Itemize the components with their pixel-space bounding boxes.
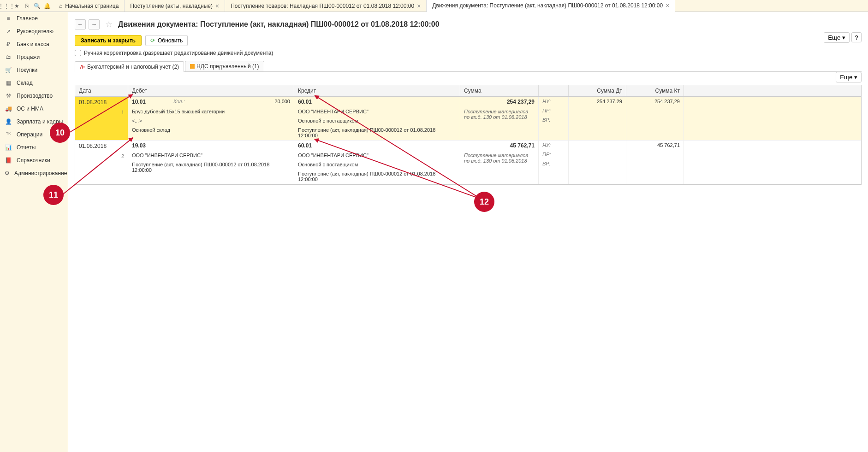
vat-icon	[190, 64, 195, 69]
grid-header: Дата Дебет Кредит Сумма Сумма Дт Сумма К…	[75, 85, 861, 97]
sidebar-label: Главное	[17, 15, 38, 22]
nav-forward-button[interactable]: →	[89, 19, 100, 29]
sidebar-icon: ᵀᴷ	[5, 131, 12, 138]
header-row: ← → ☆ Движения документа: Поступление (а…	[75, 19, 862, 29]
pin-icon[interactable]: ⎘	[23, 2, 30, 10]
sidebar-item-1[interactable]: ↗Руководителю	[0, 25, 68, 38]
sidebar-item-11[interactable]: 📕Справочники	[0, 154, 68, 167]
sidebar-icon: ₽	[5, 41, 12, 48]
annotation-10: 10	[50, 123, 70, 143]
top-tabs: ⌂Начальная страницаПоступление (акты, на…	[54, 0, 868, 12]
sidebar-label: Банк и касса	[17, 41, 49, 47]
top-tab-3[interactable]: Движения документа: Поступление (акт, на…	[427, 0, 675, 12]
top-tab-1[interactable]: Поступление (акты, накладные)×	[125, 0, 225, 12]
sidebar-item-7[interactable]: 🚚ОС и НМА	[0, 102, 68, 115]
tab-label: Движения документа: Поступление (акт, на…	[432, 2, 663, 9]
sidebar-label: Руководителю	[17, 28, 54, 35]
help-button[interactable]: ?	[851, 32, 862, 42]
sidebar-item-5[interactable]: ▦Склад	[0, 76, 68, 89]
cell-sumdt: 254 237,29	[569, 97, 626, 140]
close-icon[interactable]: ×	[417, 2, 421, 10]
manual-correction-checkbox[interactable]	[75, 50, 81, 56]
cell-nu: НУ:ПР:ВР:	[539, 141, 569, 184]
cell-sumkt: 45 762,71	[626, 141, 684, 184]
inner-tab-1[interactable]: НДС предъявленный (1)	[185, 61, 264, 71]
search-icon[interactable]: 🔍	[33, 2, 41, 10]
top-tab-0[interactable]: ⌂Начальная страница	[54, 0, 125, 12]
col-sumkt[interactable]: Сумма Кт	[626, 85, 684, 96]
sidebar-icon: 📕	[5, 157, 12, 164]
sidebar-item-0[interactable]: ≡Главное	[0, 12, 68, 25]
cell-date: 01.08.20181	[75, 97, 128, 140]
page-title: Движения документа: Поступление (акт, на…	[118, 20, 440, 29]
sidebar-item-3[interactable]: 🗂Продажи	[0, 51, 68, 64]
star-icon[interactable]: ★	[13, 2, 20, 10]
bell-icon[interactable]: 🔔	[43, 2, 51, 10]
more-button-table[interactable]: Еще ▾	[836, 72, 862, 82]
sidebar-icon: ▦	[5, 79, 12, 87]
sidebar-label: Администрирование	[14, 170, 67, 176]
close-icon[interactable]: ×	[666, 2, 669, 9]
sidebar-item-2[interactable]: ₽Банк и касса	[0, 38, 68, 51]
apps-icon[interactable]: ⋮⋮⋮	[3, 2, 10, 10]
col-credit[interactable]: Кредит	[294, 85, 460, 96]
close-icon[interactable]: ×	[215, 2, 219, 10]
sidebar-label: Продажи	[17, 54, 40, 60]
home-icon: ⌂	[59, 3, 62, 9]
cell-sum: 254 237,29Поступление материалов по вх.д…	[460, 97, 539, 140]
table-row[interactable]: 01.08.2018219.03ООО "ИНВЕНТАРИ СЕРВИС"По…	[75, 141, 861, 184]
dtkt-icon: Дт	[80, 64, 85, 70]
sidebar-item-10[interactable]: 📊Отчеты	[0, 141, 68, 154]
sidebar-item-6[interactable]: ⚒Производство	[0, 89, 68, 102]
sidebar-label: Склад	[17, 80, 33, 86]
favorite-star-icon[interactable]: ☆	[105, 19, 113, 29]
sidebar-label: Справочники	[17, 157, 50, 164]
sidebar-icon: ≡	[5, 15, 12, 22]
col-date[interactable]: Дата	[75, 85, 128, 96]
sidebar-icon: ⚒	[5, 92, 12, 100]
cell-sumdt	[569, 141, 626, 184]
cell-sumkt: 254 237,29	[626, 97, 684, 140]
inner-tab-0[interactable]: ДтБухгалтерский и налоговый учет (2)	[75, 61, 184, 72]
sidebar-icon: 🚚	[5, 105, 12, 112]
sidebar: ≡Главное↗Руководителю₽Банк и касса🗂Прода…	[0, 12, 68, 452]
more-button-top[interactable]: Еще ▾	[824, 32, 850, 43]
cell-nu: НУ:ПР:ВР:	[539, 97, 569, 140]
action-bar: Записать и закрыть ⟳ Обновить	[75, 35, 862, 46]
inner-tab-label: Бухгалтерский и налоговый учет (2)	[87, 64, 179, 70]
sidebar-label: Отчеты	[17, 144, 36, 151]
save-close-button[interactable]: Записать и закрыть	[75, 35, 142, 46]
col-debit[interactable]: Дебет	[128, 85, 294, 96]
annotation-11: 11	[43, 185, 64, 205]
col-sumdt[interactable]: Сумма Дт	[569, 85, 626, 96]
cell-debit: 19.03ООО "ИНВЕНТАРИ СЕРВИС"Поступление (…	[128, 141, 294, 184]
sidebar-icon: ⚙	[5, 170, 10, 177]
sidebar-label: Покупки	[17, 67, 37, 73]
sidebar-label: Производство	[17, 93, 53, 99]
sidebar-icon: 🗂	[5, 53, 12, 61]
content: Еще ▾ ? ← → ☆ Движения документа: Поступ…	[68, 12, 868, 452]
cell-sum: 45 762,71Поступление материалов по вх.д.…	[460, 141, 539, 184]
sidebar-icon: 👤	[5, 118, 12, 125]
tab-label: Поступление (акты, накладные)	[130, 3, 213, 9]
inner-tabs: ДтБухгалтерский и налоговый учет (2)НДС …	[75, 61, 862, 72]
table-wrap: Еще ▾ Дата Дебет Кредит Сумма Сумма Дт С…	[75, 85, 862, 185]
top-toolbar: ⋮⋮⋮ ★ ⎘ 🔍 🔔 ⌂Начальная страницаПоступлен…	[0, 0, 868, 12]
col-nu[interactable]	[539, 85, 569, 96]
tab-label: Поступление товаров: Накладная ПШ00-0000…	[231, 3, 414, 9]
sidebar-item-4[interactable]: 🛒Покупки	[0, 64, 68, 76]
table-row[interactable]: 01.08.2018110.01Кол.:20,000Брус дубовый …	[75, 97, 861, 141]
top-icon-bar: ⋮⋮⋮ ★ ⎘ 🔍 🔔	[0, 2, 54, 10]
cell-debit: 10.01Кол.:20,000Брус дубовый 15x15 высше…	[128, 97, 294, 140]
refresh-icon: ⟳	[150, 37, 155, 44]
tab-label: Начальная страница	[65, 3, 119, 9]
manual-correction-label: Ручная корректировка (разрешает редактир…	[84, 50, 273, 56]
manual-correction-row: Ручная корректировка (разрешает редактир…	[75, 50, 862, 56]
top-tab-2[interactable]: Поступление товаров: Накладная ПШ00-0000…	[225, 0, 427, 12]
col-sum[interactable]: Сумма	[460, 85, 539, 96]
nav-back-button[interactable]: ←	[75, 19, 86, 29]
sidebar-item-12[interactable]: ⚙Администрирование	[0, 167, 68, 180]
sidebar-icon: 📊	[5, 144, 12, 151]
sidebar-label: ОС и НМА	[17, 106, 43, 112]
refresh-button[interactable]: ⟳ Обновить	[145, 35, 188, 46]
